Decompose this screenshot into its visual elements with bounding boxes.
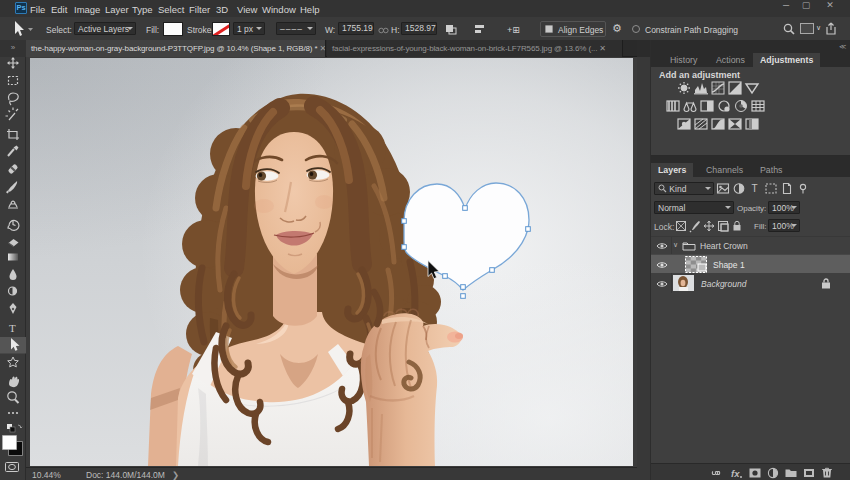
svg-text:T: T [9, 322, 16, 334]
svg-text:T: T [752, 183, 758, 194]
svg-text:+⊞: +⊞ [507, 25, 520, 35]
svg-text:fx: fx [731, 468, 740, 479]
